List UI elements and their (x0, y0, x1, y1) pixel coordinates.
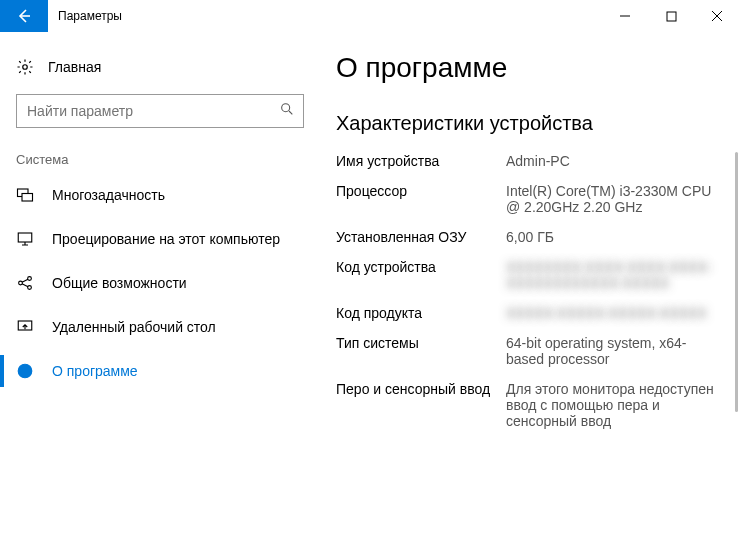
sidebar-item-multitasking[interactable]: Многозадачность (0, 173, 320, 217)
spec-row-device-id: Код устройства XXXXXXXX-XXXX-XXXX-XXXX-X… (336, 259, 716, 291)
search-input[interactable] (17, 95, 303, 127)
titlebar: Параметры (0, 0, 740, 32)
spec-label: Имя устройства (336, 153, 506, 169)
window-title: Параметры (48, 0, 132, 32)
page-title: О программе (336, 52, 716, 84)
remote-desktop-icon (16, 318, 40, 336)
maximize-button[interactable] (648, 0, 694, 32)
svg-point-7 (28, 277, 32, 281)
spec-label: Процессор (336, 183, 506, 215)
sidebar-item-remote-desktop[interactable]: Удаленный рабочий стол (0, 305, 320, 349)
svg-rect-4 (22, 194, 33, 202)
spec-value: Для этого монитора недоступен ввод с пом… (506, 381, 716, 429)
sidebar: Главная Система Многозадачность (0, 32, 320, 543)
sidebar-item-label: Многозадачность (52, 187, 165, 203)
sidebar-item-shared[interactable]: Общие возможности (0, 261, 320, 305)
minimize-button[interactable] (602, 0, 648, 32)
spec-value-redacted: XXXXX-XXXXX-XXXXX-XXXXX (506, 305, 716, 321)
sidebar-section-label: Система (0, 128, 320, 173)
spec-label: Установленная ОЗУ (336, 229, 506, 245)
section-title: Характеристики устройства (336, 112, 716, 135)
sidebar-item-label: Удаленный рабочий стол (52, 319, 216, 335)
search-container (0, 86, 320, 128)
spec-label: Код устройства (336, 259, 506, 291)
sidebar-item-label: О программе (52, 363, 138, 379)
content-panel: О программе Характеристики устройства Им… (320, 32, 740, 543)
spec-value-redacted: XXXXXXXX-XXXX-XXXX-XXXX-XXXXXXXXXXXX-XXX… (506, 259, 716, 291)
back-button[interactable] (0, 0, 48, 32)
spec-value: 64-bit operating system, x64-based proce… (506, 335, 716, 367)
sidebar-item-projecting[interactable]: Проецирование на этот компьютер (0, 217, 320, 261)
shared-icon (16, 274, 40, 292)
spec-value: Intel(R) Core(TM) i3-2330M CPU @ 2.20GHz… (506, 183, 716, 215)
spec-row-device-name: Имя устройства Admin-PC (336, 153, 716, 169)
home-link[interactable]: Главная (0, 48, 320, 86)
spec-label: Код продукта (336, 305, 506, 321)
sidebar-item-label: Проецирование на этот компьютер (52, 231, 280, 247)
projecting-icon (16, 230, 40, 248)
scrollbar[interactable] (735, 152, 738, 412)
main-area: Главная Система Многозадачность (0, 32, 740, 543)
close-icon (711, 10, 723, 22)
svg-point-1 (23, 65, 28, 70)
sidebar-item-label: Общие возможности (52, 275, 187, 291)
svg-rect-5 (18, 233, 32, 242)
multitasking-icon (16, 186, 40, 204)
spec-row-pen-touch: Перо и сенсорный ввод Для этого монитора… (336, 381, 716, 429)
info-icon (16, 362, 40, 380)
gear-icon (16, 58, 40, 76)
spec-value: 6,00 ГБ (506, 229, 716, 245)
spec-value: Admin-PC (506, 153, 716, 169)
sidebar-item-about[interactable]: О программе (0, 349, 320, 393)
spec-label: Тип системы (336, 335, 506, 367)
spec-row-system-type: Тип системы 64-bit operating system, x64… (336, 335, 716, 367)
svg-point-8 (28, 286, 32, 290)
spec-row-product-id: Код продукта XXXXX-XXXXX-XXXXX-XXXXX (336, 305, 716, 321)
close-button[interactable] (694, 0, 740, 32)
spec-row-ram: Установленная ОЗУ 6,00 ГБ (336, 229, 716, 245)
spec-row-processor: Процессор Intel(R) Core(TM) i3-2330M CPU… (336, 183, 716, 215)
search-icon (279, 101, 295, 121)
maximize-icon (666, 11, 677, 22)
sidebar-nav: Многозадачность Проецирование на этот ко… (0, 173, 320, 393)
window-controls (602, 0, 740, 32)
arrow-left-icon (16, 8, 32, 24)
search-box[interactable] (16, 94, 304, 128)
svg-point-2 (282, 104, 290, 112)
titlebar-spacer (132, 0, 602, 32)
svg-rect-0 (667, 12, 676, 21)
spec-label: Перо и сенсорный ввод (336, 381, 506, 429)
svg-point-6 (19, 281, 23, 285)
home-label: Главная (48, 59, 101, 75)
minimize-icon (619, 10, 631, 22)
